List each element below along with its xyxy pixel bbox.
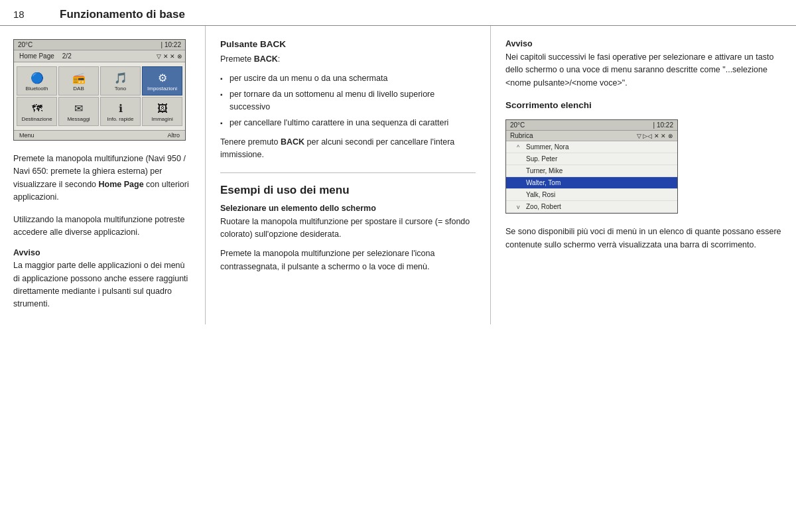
col-mid: Pulsante BACK Premete BACK: per uscire d… — [206, 26, 491, 324]
screen-icon-info: ℹ Info. rapide — [100, 97, 141, 126]
page-header: 18 Funzionamento di base — [0, 0, 796, 26]
col-left: 20°C | 10:22 Home Page 2/2 ▽ ✕ ✕ ⊗ 🔵 Blu… — [0, 26, 206, 324]
screen-icon-grid: 🔵 Bluetooth 📻 DAB 🎵 Tono ⚙ Impostazioni … — [14, 62, 185, 130]
screen-footer-left: Menu — [19, 132, 34, 139]
page-number: 18 — [13, 9, 40, 20]
avviso-box-left: Avviso La maggior parte delle applicazio… — [13, 248, 192, 311]
screen-icon-destinazione: 🗺 Destinazione — [17, 97, 57, 126]
screen-statusbar-1: 20°C | 10:22 — [14, 40, 185, 50]
screen2-header-title: Rubrica — [510, 132, 533, 139]
avviso-text-left: La maggior parte delle applicazioni o de… — [13, 259, 192, 311]
section-back: Pulsante BACK Premete BACK: per uscire d… — [220, 39, 476, 162]
selezionare-title: Selezionare un elemento dello schermo — [220, 204, 476, 213]
screen2-list-header: Rubrica ▽ ▷◁ ✕ ✕ ⊗ — [506, 131, 677, 141]
divider-mid — [220, 172, 476, 173]
list-item-3-selected: Walter, Tom — [506, 177, 677, 189]
screen-tab-page: 2/2 — [60, 52, 74, 60]
screen-temp: 20°C — [18, 41, 33, 48]
screen2-time: | 10:22 — [653, 121, 673, 129]
screen-icon-immagini: 🖼 Immagini — [142, 97, 182, 126]
list-item-5: v Zoo, Robert — [506, 201, 677, 213]
screen-footer: Menu Altro — [14, 130, 185, 140]
selezionare-text: Ruotare la manopola multifunzione per sp… — [220, 216, 476, 241]
selezionare-text2: Premete la manopola multifunzione per se… — [220, 247, 476, 273]
list-item-4: Yalk, Rosi — [506, 189, 677, 201]
screen-tab-label: Home Page — [17, 52, 57, 60]
esempi-title: Esempi di uso dei menu — [220, 184, 476, 197]
screen-tabs: Home Page 2/2 ▽ ✕ ✕ ⊗ — [14, 50, 185, 62]
screen-icon-messaggi: ✉ Messaggi — [58, 97, 99, 126]
back-bullet-3: per cancellare l'ultimo carattere in una… — [220, 117, 476, 129]
avviso-box-right: Avviso Nei capitoli successivi le fasi o… — [505, 39, 781, 90]
scorrimento-title: Scorrimento elenchi — [505, 100, 781, 110]
list-item-0: ^ Summer, Nora — [506, 141, 677, 153]
list-item-1: Sup. Peter — [506, 153, 677, 165]
screen-icon-impostazioni: ⚙ Impostazioni — [142, 66, 182, 96]
section-esempi: Esempi di uso dei menu Selezionare un el… — [220, 184, 476, 274]
screen-statusbar-2: 20°C | 10:22 — [506, 120, 677, 131]
screen-icon-tono: 🎵 Tono — [100, 66, 141, 96]
screen-icon-dab: 📻 DAB — [58, 66, 99, 96]
left-para2: Utilizzando la manopola multifunzione po… — [13, 214, 192, 239]
avviso-title-right: Avviso — [505, 39, 781, 48]
section-back-title: Pulsante BACK — [220, 39, 476, 49]
screen-mockup-1: 20°C | 10:22 Home Page 2/2 ▽ ✕ ✕ ⊗ 🔵 Blu… — [13, 39, 186, 141]
screen-footer-right: Altro — [167, 132, 180, 139]
back-bullet-1: per uscire da un menu o da una schermata — [220, 72, 476, 85]
screen-time: | 10:22 — [161, 41, 181, 48]
main-content: 20°C | 10:22 Home Page 2/2 ▽ ✕ ✕ ⊗ 🔵 Blu… — [0, 26, 796, 324]
screen2-list-body: ^ Summer, Nora Sup. Peter Turner, Mike W… — [506, 141, 677, 213]
section-back-subtitle: Premete BACK: — [220, 53, 476, 66]
page-title: Funzionamento di base — [60, 8, 185, 21]
right-bottom-text: Se sono disponibili più voci di menù in … — [505, 226, 781, 251]
avviso-text-right: Nei capitoli successivi le fasi operativ… — [505, 51, 781, 90]
back-note: Tenere premuto BACK per alcuni secondi p… — [220, 136, 476, 162]
back-bullet-2: per tornare da un sottomenu al menu di l… — [220, 88, 476, 114]
back-bullet-list: per uscire da un menu o da una schermata… — [220, 72, 476, 129]
left-para1: Premete la manopola multifunzione (Navi … — [13, 153, 192, 204]
list-item-2: Turner, Mike — [506, 165, 677, 177]
avviso-title-left: Avviso — [13, 248, 192, 257]
col-right: Avviso Nei capitoli successivi le fasi o… — [491, 26, 796, 324]
screen-icon-bluetooth: 🔵 Bluetooth — [17, 66, 57, 96]
screen2-temp: 20°C — [510, 121, 525, 129]
screen-mockup-2: 20°C | 10:22 Rubrica ▽ ▷◁ ✕ ✕ ⊗ ^ Summer… — [505, 119, 678, 214]
